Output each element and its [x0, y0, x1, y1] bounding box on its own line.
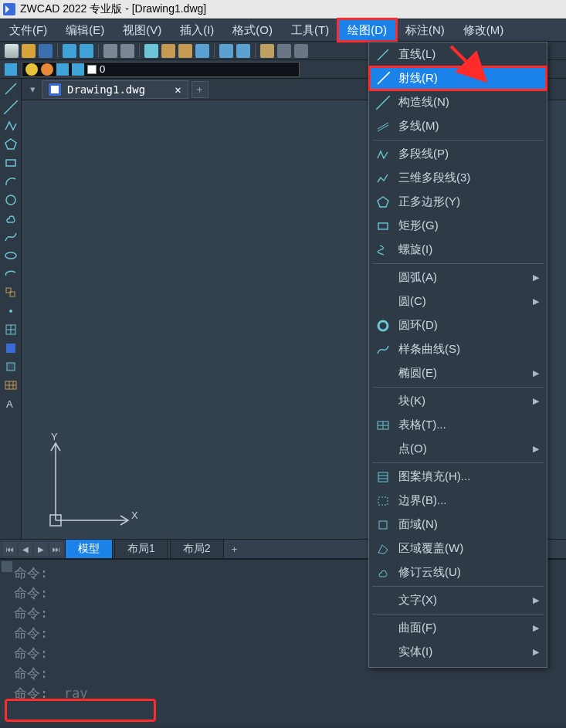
menu-edit[interactable]: 编辑(E) [56, 19, 114, 41]
menu-insert[interactable]: 插入(I) [171, 19, 223, 41]
table-icon[interactable] [4, 378, 18, 392]
menu-donut[interactable]: 圆环(D) [369, 313, 547, 337]
ellipse-icon[interactable] [4, 249, 18, 262]
menu-revcloud[interactable]: 修订云线(U) [369, 560, 547, 584]
menu-arc[interactable]: 圆弧(A) ▶ [369, 266, 547, 290]
menu-table[interactable]: 表格(T)... [369, 413, 547, 437]
select-icon[interactable] [219, 44, 233, 58]
command-prompt: 命令: [14, 686, 48, 701]
menu-point[interactable]: 点(O) ▶ [369, 437, 547, 461]
ellipsearc-icon[interactable] [4, 267, 18, 281]
tab-model[interactable]: 模型 [65, 539, 113, 559]
menu-separator [372, 462, 544, 463]
document-tab[interactable]: Drawing1.dwg ✕ [42, 80, 188, 99]
app-icon [3, 3, 15, 15]
menu-modify[interactable]: 修改(M) [454, 19, 513, 41]
text-icon[interactable]: A [4, 397, 18, 411]
menu-pline[interactable]: 多段线(P) [369, 142, 547, 166]
menu-dim[interactable]: 标注(N) [396, 19, 454, 41]
menu-pline3d[interactable]: 三维多段线(3) [369, 166, 547, 190]
menu-polygon[interactable]: 正多边形(Y) [369, 190, 547, 214]
menu-item-label: 圆(C) [398, 294, 525, 309]
tab-last-icon[interactable]: ⏭ [49, 542, 63, 556]
menu-region[interactable]: 面域(N) [369, 513, 547, 537]
cut-icon[interactable] [144, 44, 158, 58]
menu-mline[interactable]: 多线(M) [369, 114, 547, 138]
document-tab-label: Drawing1.dwg [67, 83, 145, 96]
menu-helix[interactable]: 螺旋(I) [369, 238, 547, 262]
menu-format[interactable]: 格式(O) [223, 19, 282, 41]
menu-hatch[interactable]: 图案填充(H)... [369, 465, 547, 489]
xline-icon[interactable] [4, 100, 18, 114]
tab-prev-icon[interactable]: ◀ [19, 542, 32, 556]
tab-layout2[interactable]: 布局2 [170, 539, 224, 559]
submenu-arrow-icon: ▶ [533, 595, 539, 605]
gradient-icon[interactable] [4, 341, 18, 355]
menu-item-label: 样条曲线(S) [398, 342, 539, 357]
menu-ellipse[interactable]: 椭圆(E) ▶ [369, 361, 547, 385]
zoom-icon[interactable] [236, 44, 250, 58]
tabs-prev-icon[interactable]: ▾ [26, 83, 39, 96]
pan-icon[interactable] [260, 44, 274, 58]
undo-icon[interactable] [63, 44, 76, 58]
tab-next-icon[interactable]: ▶ [34, 542, 48, 556]
region-icon[interactable] [4, 360, 18, 374]
menu-item-label: 直线(L) [398, 47, 539, 62]
layer-manager-icon[interactable] [5, 63, 17, 76]
circle-icon[interactable] [4, 193, 18, 207]
save-icon[interactable] [39, 44, 53, 58]
menu-item-label: 曲面(F) [398, 621, 525, 635]
tab-layout1[interactable]: 布局1 [114, 539, 168, 559]
match-icon[interactable] [195, 44, 209, 58]
copy-icon[interactable] [161, 44, 175, 58]
menu-circle[interactable]: 圆(C) ▶ [369, 290, 547, 313]
revcloud-icon[interactable] [4, 212, 18, 225]
new-tab-button[interactable]: ＋ [191, 81, 208, 98]
menu-solid[interactable]: 实体(I) ▶ [369, 640, 547, 664]
menu-rect[interactable]: 矩形(G) [369, 214, 547, 238]
spline-icon[interactable] [4, 230, 18, 244]
mline-icon [375, 120, 391, 134]
pline-icon[interactable] [4, 119, 18, 133]
layer-dropdown[interactable]: 0 [22, 62, 300, 77]
hatch-icon[interactable] [4, 323, 18, 337]
submenu-arrow-icon: ▶ [533, 368, 539, 378]
zoomext-icon[interactable] [294, 44, 308, 58]
menu-tools[interactable]: 工具(T) [282, 19, 338, 41]
point-icon[interactable] [4, 304, 18, 318]
zoomwin-icon[interactable] [277, 44, 291, 58]
new-icon[interactable] [5, 44, 19, 58]
tab-first-icon[interactable]: ⏮ [3, 542, 17, 556]
menu-block[interactable]: 块(K) ▶ [369, 389, 547, 413]
arc-icon[interactable] [4, 174, 18, 188]
rect-icon[interactable] [4, 156, 18, 170]
menu-spline[interactable]: 样条曲线(S) [369, 337, 547, 361]
menu-file[interactable]: 文件(F) [0, 19, 56, 41]
svg-point-29 [378, 321, 388, 330]
print-icon[interactable] [103, 44, 117, 58]
menu-xline[interactable]: 构造线(N) [369, 90, 547, 114]
svg-line-24 [376, 96, 390, 110]
block-icon[interactable] [4, 286, 18, 300]
paste-icon[interactable] [178, 44, 192, 58]
menu-surface[interactable]: 曲面(F) ▶ [369, 616, 547, 640]
menu-wipeout[interactable]: 区域覆盖(W) [369, 537, 547, 560]
menu-boundary[interactable]: 边界(B)... [369, 489, 547, 513]
submenu-arrow-icon: ▶ [533, 647, 539, 657]
menu-line[interactable]: 直线(L) [369, 42, 547, 66]
panel-grip-icon[interactable] [2, 561, 12, 572]
line-icon[interactable] [4, 82, 18, 96]
menu-ray[interactable]: 射线(R) [369, 66, 547, 90]
tab-add-button[interactable]: + [225, 543, 244, 555]
menu-view[interactable]: 视图(V) [114, 19, 171, 41]
draw-toolbar: A [0, 79, 22, 539]
redo-icon[interactable] [80, 44, 93, 58]
preview-icon[interactable] [120, 44, 134, 58]
menu-text[interactable]: 文字(X) ▶ [369, 588, 547, 612]
command-input-line[interactable]: 命令: _ray [5, 683, 561, 703]
close-tab-icon[interactable]: ✕ [175, 83, 181, 96]
polygon-icon[interactable] [4, 137, 18, 151]
svg-line-0 [5, 83, 16, 94]
open-icon[interactable] [22, 44, 36, 58]
menu-draw[interactable]: 绘图(D) [338, 19, 396, 41]
